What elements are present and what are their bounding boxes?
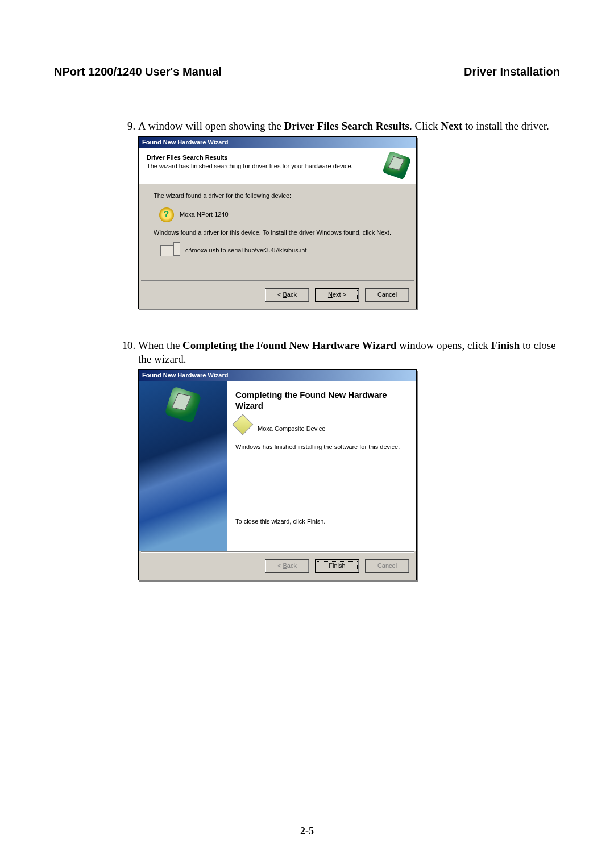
page-header: NPort 1200/1240 User's Manual Driver Ins… — [54, 65, 560, 82]
wizard2-body: Completing the Found New Hardware Wizard… — [139, 381, 416, 551]
device-card: Moxa NPort 1240 — [159, 207, 401, 222]
finish-button[interactable]: Finish — [315, 559, 359, 573]
wizard2-right-pane: Completing the Found New Hardware Wizard… — [227, 381, 416, 551]
wizard1-banner-title: Driver Files Search Results — [147, 154, 353, 162]
wizard2-heading: Completing the Found New Hardware Wizard — [235, 390, 406, 412]
device-diamond-icon — [233, 414, 254, 435]
back-button[interactable]: < Back — [265, 288, 309, 302]
wizard-search-results: Found New Hardware Wizard Driver Files S… — [138, 136, 417, 309]
wizard2-close-hint: To close this wizard, click Finish. — [235, 518, 406, 526]
unknown-device-icon — [159, 207, 174, 222]
header-right: Driver Installation — [464, 65, 560, 78]
wizard1-banner: Driver Files Search Results The wizard h… — [139, 148, 416, 184]
wizard1-buttons: < Back Next > Cancel — [139, 281, 416, 309]
wizard1-windows-found: Windows found a driver for this device. … — [154, 229, 401, 237]
driver-file-card: c:\moxa usb to serial hub\ver3.45\klsibu… — [160, 245, 401, 256]
device-name: Moxa NPort 1240 — [180, 211, 229, 219]
wizard2-device-card: Moxa Composite Device — [235, 416, 406, 433]
page-number: 2-5 — [0, 825, 614, 837]
step-10: When the Completing the Found New Hardwa… — [138, 339, 560, 580]
wizard2-device-name: Moxa Composite Device — [258, 425, 325, 432]
next-button[interactable]: Next > — [315, 288, 359, 302]
inf-file-icon — [160, 245, 179, 256]
hardware-icon — [382, 151, 411, 180]
wizard1-body: The wizard found a driver for the follow… — [139, 184, 416, 281]
back-button: < Back — [265, 559, 309, 573]
step-10-text: When the Completing the Found New Hardwa… — [138, 339, 556, 365]
cancel-button: Cancel — [365, 559, 409, 573]
driver-path: c:\moxa usb to serial hub\ver3.45\klsibu… — [185, 247, 306, 255]
hardware-icon — [164, 386, 202, 423]
manual-page: NPort 1200/1240 User's Manual Driver Ins… — [0, 0, 614, 868]
header-left: NPort 1200/1240 User's Manual — [54, 65, 222, 78]
wizard-completing: Found New Hardware Wizard Completing the… — [138, 369, 417, 581]
step-9-text: A window will open showing the Driver Fi… — [138, 120, 549, 132]
wizard2-titlebar: Found New Hardware Wizard — [139, 370, 416, 381]
wizard2-buttons: < Back Finish Cancel — [139, 553, 416, 580]
wizard2-finished: Windows has finished installing the soft… — [235, 443, 406, 451]
wizard1-titlebar: Found New Hardware Wizard — [139, 137, 416, 148]
instruction-list: A window will open showing the Driver Fi… — [54, 119, 560, 580]
wizard1-found-for: The wizard found a driver for the follow… — [154, 192, 401, 200]
step-9: A window will open showing the Driver Fi… — [138, 119, 560, 309]
wizard1-banner-sub: The wizard has finished searching for dr… — [147, 163, 353, 169]
wizard2-side-graphic — [139, 381, 227, 551]
cancel-button[interactable]: Cancel — [365, 288, 409, 302]
